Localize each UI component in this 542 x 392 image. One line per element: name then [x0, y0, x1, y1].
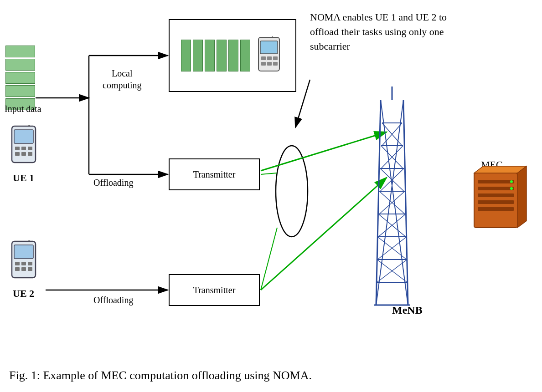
green-bars: [181, 40, 250, 71]
input-data-label: Input data: [5, 104, 41, 114]
svg-rect-4: [267, 56, 272, 60]
svg-rect-16: [21, 152, 26, 156]
ue2-phone-svg: [8, 240, 40, 281]
svg-rect-17: [28, 152, 32, 156]
ue1-phone-svg: [8, 125, 40, 166]
svg-rect-3: [261, 56, 266, 60]
svg-point-36: [276, 146, 308, 237]
svg-line-61: [379, 191, 405, 214]
svg-rect-14: [28, 147, 32, 150]
transmitter1-box: Transmitter: [169, 158, 260, 190]
noma-annotation: NOMA enables UE 1 and UE 2 to offload th…: [310, 10, 447, 54]
svg-marker-41: [376, 100, 408, 305]
svg-rect-19: [14, 245, 33, 259]
svg-rect-15: [15, 152, 20, 156]
mec-server-label: MECserver: [481, 158, 506, 184]
svg-rect-13: [21, 147, 26, 150]
svg-rect-25: [21, 267, 26, 271]
svg-point-78: [510, 180, 513, 183]
svg-line-64: [377, 237, 407, 260]
svg-rect-6: [261, 62, 266, 66]
transmitter2-box: Transmitter: [169, 274, 260, 306]
svg-rect-12: [15, 147, 20, 150]
svg-marker-72: [517, 166, 527, 228]
green-bar: [193, 40, 203, 71]
svg-line-42: [376, 100, 381, 305]
offloading2-label: Offloading: [93, 295, 133, 305]
svg-line-37: [261, 132, 387, 171]
svg-rect-8: [273, 62, 278, 66]
data-row: [5, 72, 35, 84]
offloading1-label: Offloading: [93, 178, 133, 188]
svg-line-40: [261, 228, 277, 290]
svg-line-67: [377, 260, 407, 282]
svg-line-62: [378, 214, 406, 237]
svg-rect-75: [478, 193, 514, 197]
svg-line-63: [378, 214, 406, 237]
svg-point-79: [510, 187, 513, 190]
menb-label: MeNB: [392, 304, 423, 316]
ue2-label: UE 2: [13, 288, 34, 300]
data-stack: [5, 46, 35, 112]
svg-line-39: [261, 173, 277, 174]
svg-line-45: [376, 100, 403, 305]
svg-line-35: [295, 80, 310, 127]
ue1-device: [8, 125, 40, 168]
green-bar: [228, 40, 238, 71]
svg-rect-21: [15, 262, 20, 265]
svg-line-57: [381, 146, 403, 168]
data-row: [5, 46, 35, 57]
figure-caption: Fig. 1: Example of MEC computation offlo…: [9, 367, 533, 384]
svg-line-55: [382, 123, 402, 146]
data-row: [5, 59, 35, 71]
phone-icon-local: [255, 36, 284, 75]
green-bar: [217, 40, 227, 71]
svg-line-56: [381, 146, 403, 168]
svg-line-54: [382, 123, 402, 146]
svg-rect-10: [14, 130, 33, 143]
svg-rect-74: [478, 187, 514, 190]
local-computing-box: [169, 19, 296, 92]
svg-line-38: [261, 178, 387, 290]
svg-rect-7: [267, 62, 272, 66]
diagram-container: Input data Localcomp: [0, 0, 542, 392]
svg-line-66: [377, 260, 407, 282]
svg-line-59: [380, 168, 404, 191]
local-computing-label: Localcomputing: [103, 67, 142, 91]
green-bar: [240, 40, 250, 71]
svg-rect-26: [28, 267, 32, 271]
green-bar: [181, 40, 191, 71]
data-row: [5, 85, 35, 97]
svg-rect-24: [15, 267, 20, 271]
svg-rect-76: [478, 200, 514, 204]
svg-line-43: [403, 100, 408, 305]
svg-line-44: [381, 100, 408, 305]
svg-rect-22: [21, 262, 26, 265]
ue1-label: UE 1: [13, 172, 34, 184]
svg-rect-1: [260, 41, 278, 54]
svg-line-58: [380, 168, 404, 191]
svg-line-60: [379, 191, 405, 214]
green-bar: [205, 40, 215, 71]
svg-line-65: [377, 237, 407, 260]
svg-rect-5: [273, 56, 278, 60]
ue2-device: [8, 240, 40, 283]
svg-rect-23: [28, 262, 32, 265]
svg-rect-77: [478, 207, 514, 211]
